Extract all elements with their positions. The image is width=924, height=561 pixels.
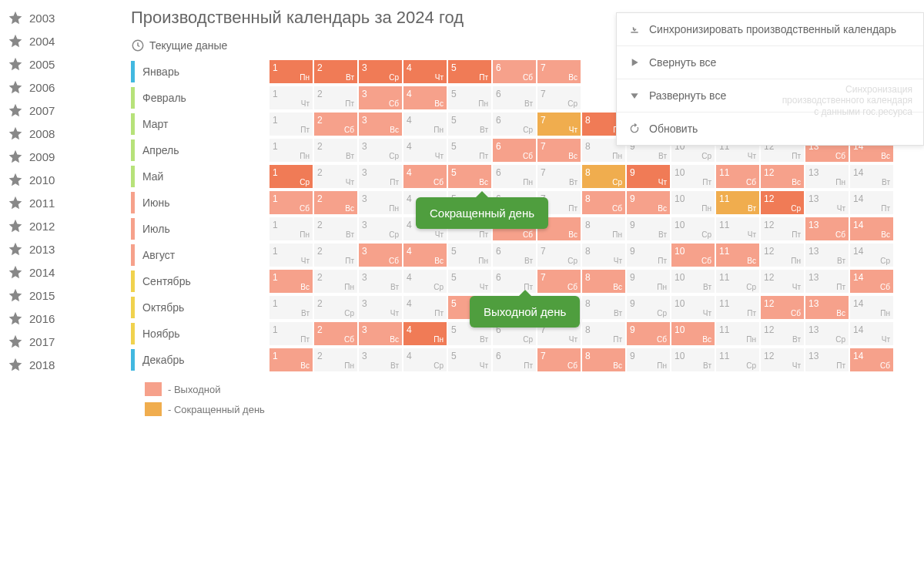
day-cell[interactable]: 11Вс bbox=[716, 244, 759, 267]
day-cell[interactable]: 12Вт bbox=[761, 322, 804, 345]
day-cell[interactable]: 3Сб bbox=[359, 86, 402, 109]
day-cell[interactable]: 5Пн bbox=[448, 86, 491, 109]
day-cell[interactable]: 13Пт bbox=[805, 270, 849, 293]
year-item-2015[interactable]: 2015 bbox=[0, 284, 100, 307]
day-cell[interactable]: 2Сб bbox=[314, 113, 357, 136]
day-cell[interactable]: 14Пн bbox=[850, 296, 893, 319]
day-cell[interactable]: 8Пн bbox=[582, 217, 625, 240]
day-cell[interactable]: 8Ср bbox=[582, 165, 625, 188]
day-cell[interactable]: 8Пт bbox=[582, 322, 625, 345]
day-cell[interactable]: 12Вс bbox=[761, 165, 804, 188]
day-cell[interactable]: 9Пн bbox=[627, 270, 670, 293]
day-cell[interactable]: 9Вт bbox=[627, 217, 670, 240]
day-cell[interactable]: 14Сб bbox=[850, 270, 893, 293]
day-cell[interactable]: 5Пт bbox=[448, 139, 491, 162]
day-cell[interactable]: 1Пт bbox=[270, 322, 313, 345]
day-cell[interactable]: 1Пн bbox=[270, 217, 313, 240]
day-cell[interactable]: 3Вс bbox=[359, 322, 402, 345]
day-cell[interactable]: 11Ср bbox=[716, 270, 759, 293]
day-cell[interactable]: 5Пн bbox=[448, 244, 491, 267]
day-cell[interactable]: 3Сб bbox=[359, 244, 402, 267]
day-cell[interactable]: 7Вс bbox=[537, 60, 581, 83]
day-cell[interactable]: 2Пт bbox=[314, 244, 357, 267]
day-cell[interactable]: 5Чт bbox=[448, 348, 491, 371]
day-cell[interactable]: 8Вт bbox=[582, 296, 625, 319]
day-cell[interactable]: 1Чт bbox=[270, 86, 313, 109]
day-cell[interactable]: 4Вс bbox=[403, 244, 447, 267]
sync-button[interactable]: Синхронизировать производственный календ… bbox=[617, 13, 923, 46]
day-cell[interactable]: 12Чт bbox=[761, 270, 804, 293]
expand-button[interactable]: Развернуть все Синхронизация производств… bbox=[617, 79, 923, 113]
day-cell[interactable]: 9Ср bbox=[627, 296, 670, 319]
day-cell[interactable]: 13Пн bbox=[805, 165, 849, 188]
day-cell[interactable]: 3Ср bbox=[359, 139, 402, 162]
day-cell[interactable]: 8Вс bbox=[582, 348, 625, 371]
day-cell[interactable]: 3Пт bbox=[359, 165, 402, 188]
day-cell[interactable]: 1Пт bbox=[270, 113, 313, 136]
year-item-2012[interactable]: 2012 bbox=[0, 214, 100, 237]
day-cell[interactable]: 10Ср bbox=[671, 217, 715, 240]
day-cell[interactable]: 2Сб bbox=[314, 322, 357, 345]
day-cell[interactable]: 4Вс bbox=[403, 86, 447, 109]
day-cell[interactable]: 9Вс bbox=[627, 191, 670, 214]
day-cell[interactable]: 3Вт bbox=[359, 270, 402, 293]
day-cell[interactable]: 4Ср bbox=[403, 348, 447, 371]
day-cell[interactable]: 14Вс bbox=[850, 217, 893, 240]
day-cell[interactable]: 6Вт bbox=[493, 86, 536, 109]
day-cell[interactable]: 11Пн bbox=[716, 322, 759, 345]
day-cell[interactable]: 7Вс bbox=[537, 139, 581, 162]
year-item-2007[interactable]: 2007 bbox=[0, 99, 100, 122]
year-item-2010[interactable]: 2010 bbox=[0, 168, 100, 191]
year-item-2006[interactable]: 2006 bbox=[0, 76, 100, 99]
day-cell[interactable]: 13Вт bbox=[805, 244, 849, 267]
day-cell[interactable]: 4Пн bbox=[403, 322, 447, 345]
day-cell[interactable]: 2Чт bbox=[314, 165, 357, 188]
day-cell[interactable]: 2Вт bbox=[314, 217, 357, 240]
day-cell[interactable]: 11Ср bbox=[716, 348, 759, 371]
day-cell[interactable]: 11Сб bbox=[716, 165, 759, 188]
day-cell[interactable]: 10Вс bbox=[671, 322, 715, 345]
day-cell[interactable]: 2Пн bbox=[314, 270, 357, 293]
day-cell[interactable]: 7Сб bbox=[537, 348, 581, 371]
day-cell[interactable]: 12Чт bbox=[761, 348, 804, 371]
day-cell[interactable]: 4Пт bbox=[403, 296, 447, 319]
day-cell[interactable]: 10Вт bbox=[671, 348, 715, 371]
day-cell[interactable]: 2Ср bbox=[314, 296, 357, 319]
day-cell[interactable]: 1Сб bbox=[270, 191, 313, 214]
day-cell[interactable]: 4Сб bbox=[403, 165, 447, 188]
day-cell[interactable]: 2Пн bbox=[314, 348, 357, 371]
day-cell[interactable]: 7Ср bbox=[537, 244, 581, 267]
day-cell[interactable]: 6Ср bbox=[493, 113, 536, 136]
day-cell[interactable]: 13Чт bbox=[805, 191, 849, 214]
day-cell[interactable]: 1Вс bbox=[270, 270, 313, 293]
day-cell[interactable]: 1Пн bbox=[270, 139, 313, 162]
day-cell[interactable]: 13Сб bbox=[805, 217, 849, 240]
day-cell[interactable]: 11Вт bbox=[716, 191, 759, 214]
day-cell[interactable]: 10Сб bbox=[671, 244, 715, 267]
day-cell[interactable]: 1Вс bbox=[270, 348, 313, 371]
day-cell[interactable]: 9Сб bbox=[627, 322, 670, 345]
day-cell[interactable]: 2Вт bbox=[314, 60, 357, 83]
day-cell[interactable]: 5Пт bbox=[448, 60, 491, 83]
day-cell[interactable]: 7Чт bbox=[537, 113, 581, 136]
day-cell[interactable]: 1Вт bbox=[270, 296, 313, 319]
day-cell[interactable]: 7Ср bbox=[537, 86, 581, 109]
day-cell[interactable]: 14Чт bbox=[850, 322, 893, 345]
day-cell[interactable]: 11Чт bbox=[716, 217, 759, 240]
day-cell[interactable]: 14Вт bbox=[850, 165, 893, 188]
day-cell[interactable]: 6Пн bbox=[493, 165, 536, 188]
year-item-2014[interactable]: 2014 bbox=[0, 260, 100, 284]
day-cell[interactable]: 8Чт bbox=[582, 244, 625, 267]
day-cell[interactable]: 3Вт bbox=[359, 348, 402, 371]
day-cell[interactable]: 9Пт bbox=[627, 244, 670, 267]
day-cell[interactable]: 6Вт bbox=[493, 244, 536, 267]
day-cell[interactable]: 9Чт bbox=[627, 165, 670, 188]
year-item-2011[interactable]: 2011 bbox=[0, 191, 100, 214]
day-cell[interactable]: 14Ср bbox=[850, 244, 893, 267]
day-cell[interactable]: 7Вт bbox=[537, 165, 581, 188]
day-cell[interactable]: 1Ср bbox=[270, 165, 313, 188]
day-cell[interactable]: 6Пт bbox=[493, 348, 536, 371]
year-item-2003[interactable]: 2003 bbox=[0, 6, 100, 29]
year-item-2008[interactable]: 2008 bbox=[0, 122, 100, 145]
day-cell[interactable]: 3Ср bbox=[359, 217, 402, 240]
